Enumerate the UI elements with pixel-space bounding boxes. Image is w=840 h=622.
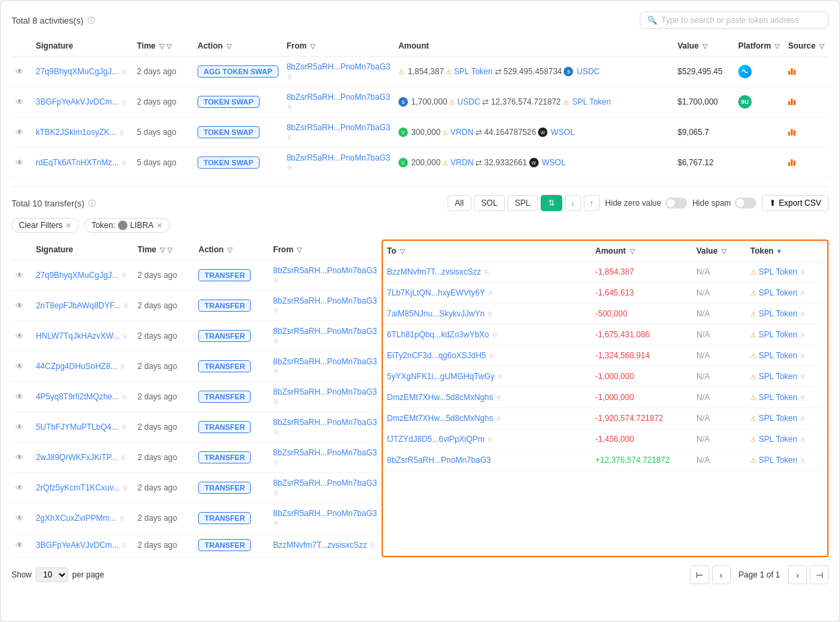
- toggle-up[interactable]: ↑: [584, 195, 600, 211]
- copy-icon[interactable]: ⎘: [121, 454, 125, 461]
- copy-icon[interactable]: ⎘: [274, 277, 278, 284]
- activity-from[interactable]: 8bZsrR5aRH...PnoMn7baG3: [287, 123, 390, 132]
- copy-icon[interactable]: ⎘: [288, 103, 292, 111]
- toggle-both[interactable]: ⇅: [541, 195, 562, 211]
- transfer-from[interactable]: 8bZsrR5aRH...PnoMn7baG3: [273, 357, 377, 366]
- copy-icon[interactable]: ⎘: [489, 289, 493, 297]
- copy-icon[interactable]: ⎘: [489, 352, 493, 360]
- transfer-to[interactable]: 5yYXgNFK1i...gUMGHqTwGy: [387, 372, 494, 381]
- transfer-from[interactable]: 8bZsrR5aRH...PnoMn7baG3: [273, 296, 377, 306]
- next-page-button[interactable]: ›: [788, 565, 807, 584]
- transfer-signature[interactable]: 5UTbFJYMuPTLbQ4...: [36, 422, 118, 432]
- transfer-to[interactable]: 7aiM85NJnu...SkykvJJwYn: [387, 309, 485, 318]
- transfer-to[interactable]: 6TLh81pQbq...kdZo3wYbXo: [387, 330, 489, 339]
- copy-icon[interactable]: ⎘: [801, 289, 805, 297]
- search-box[interactable]: 🔍 Type to search or paste token address: [640, 11, 829, 29]
- export-csv-button[interactable]: ⬆ Export CSV: [762, 195, 829, 211]
- activity-signature[interactable]: kTBK2JSkim1osyZK...: [36, 128, 116, 137]
- token-filter-chip[interactable]: Token: LIBRA ✕: [84, 218, 170, 233]
- copy-icon[interactable]: ⎘: [801, 373, 805, 380]
- copy-icon[interactable]: ⎘: [122, 542, 126, 549]
- activity-signature[interactable]: 3BGFpYeAkVJvDCm...: [36, 97, 119, 107]
- activity-from[interactable]: 8bZsrR5aRH...PnoMn7baG3: [287, 62, 390, 72]
- eye-icon[interactable]: 👁: [16, 540, 24, 550]
- transfer-signature[interactable]: 3BGFpYeAkVJvDCm...: [36, 540, 119, 550]
- copy-icon[interactable]: ⎘: [122, 159, 126, 167]
- copy-icon[interactable]: ⎘: [371, 542, 375, 549]
- copy-icon[interactable]: ⎘: [122, 98, 126, 106]
- copy-icon[interactable]: ⎘: [274, 337, 278, 345]
- eye-icon[interactable]: 👁: [16, 128, 24, 137]
- prev-page-button[interactable]: ‹: [712, 565, 731, 584]
- copy-icon[interactable]: ⎘: [123, 484, 127, 492]
- toggle-down[interactable]: ↓: [565, 195, 581, 211]
- per-page-select[interactable]: 10 25 50: [36, 567, 68, 582]
- copy-icon[interactable]: ⎘: [121, 363, 125, 370]
- transfer-from[interactable]: 8bZsrR5aRH...PnoMn7baG3: [273, 478, 377, 488]
- toggle-sol[interactable]: SOL: [474, 195, 505, 211]
- transfer-signature[interactable]: 2rQfz5yKcmT1KCxuv...: [36, 483, 119, 492]
- clear-filters-chip[interactable]: Clear Filters ✕: [11, 218, 79, 233]
- eye-icon[interactable]: 👁: [16, 392, 24, 401]
- copy-icon[interactable]: ⎘: [801, 268, 805, 276]
- transfer-signature[interactable]: 4P5yq8T9rfi2tMQzhe...: [36, 392, 119, 401]
- eye-icon[interactable]: 👁: [16, 301, 24, 310]
- hide-spam-switch[interactable]: [735, 198, 756, 208]
- activity-from[interactable]: 8bZsrR5aRH...PnoMn7baG3: [287, 153, 390, 163]
- copy-icon[interactable]: ⎘: [122, 68, 126, 76]
- clear-filters-x[interactable]: ✕: [65, 221, 71, 230]
- copy-icon[interactable]: ⎘: [497, 394, 501, 401]
- transfer-from[interactable]: 8bZsrR5aRH...PnoMn7baG3: [273, 387, 377, 397]
- copy-icon[interactable]: ⎘: [120, 515, 124, 522]
- transfer-to[interactable]: DmzEMt7XHw...5d8cMxNghs: [387, 393, 493, 402]
- copy-icon[interactable]: ⎘: [122, 272, 126, 279]
- first-page-button[interactable]: ⊢: [690, 565, 709, 584]
- transfer-to[interactable]: EiTy2nCF3d...qg6oXSJdH5: [387, 351, 486, 360]
- transfers-info-icon[interactable]: ⓘ: [88, 198, 96, 208]
- transfer-signature[interactable]: 27q9BhyqXMuCgJgJ...: [36, 271, 119, 280]
- copy-icon[interactable]: ⎘: [288, 134, 292, 141]
- copy-icon[interactable]: ⎘: [274, 307, 278, 314]
- transfer-from[interactable]: 8bZsrR5aRH...PnoMn7baG3: [273, 266, 377, 275]
- eye-icon[interactable]: 👁: [16, 67, 24, 76]
- transfer-from[interactable]: 8bZsrR5aRH...PnoMn7baG3: [273, 418, 377, 427]
- transfer-signature[interactable]: 2nT8epFJbAWq8DYF...: [36, 301, 121, 310]
- transfer-signature[interactable]: 44CZpg4DHuSoHZ8...: [36, 362, 117, 371]
- token-filter-x[interactable]: ✕: [156, 221, 162, 230]
- transfer-to[interactable]: 7Lb7KjLtQN...hxyEWVty6Y: [387, 288, 485, 298]
- toggle-all[interactable]: All: [448, 195, 471, 211]
- copy-icon[interactable]: ⎘: [123, 333, 127, 340]
- transfer-signature[interactable]: 2wJ89QrWKFxJKiTP...: [36, 453, 117, 462]
- eye-icon[interactable]: 👁: [16, 158, 24, 167]
- copy-icon[interactable]: ⎘: [498, 373, 502, 380]
- copy-icon[interactable]: ⎘: [120, 129, 124, 136]
- toggle-spl[interactable]: SPL: [508, 195, 538, 211]
- copy-icon[interactable]: ⎘: [801, 457, 805, 464]
- copy-icon[interactable]: ⎘: [122, 424, 126, 431]
- transfer-from[interactable]: 8bZsrR5aRH...PnoMn7baG3: [273, 327, 377, 336]
- copy-icon[interactable]: ⎘: [497, 415, 501, 422]
- copy-icon[interactable]: ⎘: [274, 398, 278, 405]
- copy-icon[interactable]: ⎘: [801, 415, 805, 422]
- transfer-to[interactable]: BzzMNvfm7T...zvsisxcSzz: [387, 267, 481, 277]
- eye-icon[interactable]: 👁: [16, 97, 24, 107]
- copy-icon[interactable]: ⎘: [123, 393, 127, 401]
- copy-icon[interactable]: ⎘: [801, 436, 805, 443]
- copy-icon[interactable]: ⎘: [124, 302, 128, 310]
- eye-icon[interactable]: 👁: [16, 422, 24, 432]
- copy-icon[interactable]: ⎘: [488, 436, 492, 443]
- transfer-from[interactable]: 8bZsrR5aRH...PnoMn7baG3: [273, 448, 377, 457]
- copy-icon[interactable]: ⎘: [493, 331, 497, 339]
- copy-icon[interactable]: ⎘: [274, 489, 278, 497]
- copy-icon[interactable]: ⎘: [801, 394, 805, 401]
- activities-info-icon[interactable]: ⓘ: [88, 16, 95, 26]
- transfer-signature[interactable]: HNLW7TqJkHAzvXW...: [36, 331, 119, 341]
- activity-signature[interactable]: rdEqTk6ATnHXTnMz...: [36, 158, 119, 167]
- copy-icon[interactable]: ⎘: [801, 352, 805, 360]
- eye-icon[interactable]: 👁: [16, 483, 24, 492]
- activity-from[interactable]: 8bZsrR5aRH...PnoMn7baG3: [287, 92, 390, 102]
- transfer-to[interactable]: fJTZYdJ8D5...6viPpXiQPm: [387, 434, 485, 444]
- copy-icon[interactable]: ⎘: [274, 459, 278, 466]
- copy-icon[interactable]: ⎘: [801, 310, 805, 318]
- copy-icon[interactable]: ⎘: [288, 73, 292, 80]
